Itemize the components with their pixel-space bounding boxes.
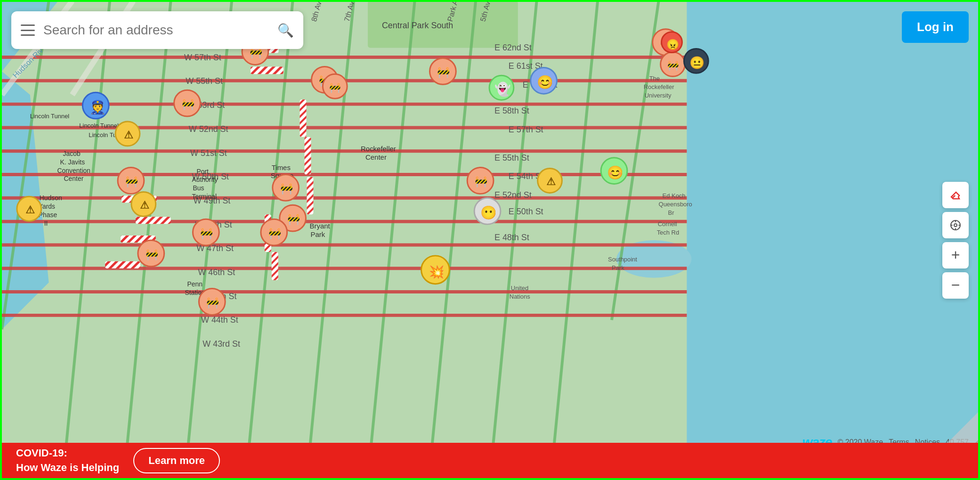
svg-text:Ed Koch: Ed Koch <box>663 192 686 199</box>
svg-rect-101 <box>272 252 278 280</box>
svg-text:Port: Port <box>196 168 209 175</box>
svg-text:W 43rd St: W 43rd St <box>202 339 240 349</box>
svg-text:👻: 👻 <box>494 81 511 97</box>
svg-rect-98 <box>305 137 311 175</box>
svg-text:Center: Center <box>365 153 387 161</box>
svg-text:K. Javits: K. Javits <box>60 158 85 166</box>
covid-subtitle: How Waze is Helping <box>16 462 119 473</box>
learn-more-button[interactable]: Learn more <box>133 448 220 473</box>
svg-text:Bus: Bus <box>193 184 204 192</box>
svg-text:Nations: Nations <box>510 293 530 300</box>
svg-text:🚧: 🚧 <box>667 60 679 71</box>
svg-text:🚧: 🚧 <box>475 175 488 188</box>
zoom-in-button[interactable]: + <box>942 242 969 268</box>
svg-text:Park: Park <box>612 264 624 271</box>
svg-text:United: United <box>511 285 528 292</box>
svg-text:😊: 😊 <box>537 74 553 90</box>
map-background: W 57th St W 55th St W 53rd St W 52nd St … <box>2 2 978 478</box>
svg-text:🚧: 🚧 <box>200 227 213 240</box>
svg-text:E 62nd St: E 62nd St <box>494 43 532 52</box>
svg-text:Penn: Penn <box>187 280 202 288</box>
svg-text:🚧: 🚧 <box>280 182 293 195</box>
svg-text:🚧: 🚧 <box>437 66 450 79</box>
covid-banner: COVID-19: How Waze is Helping Learn more <box>2 443 978 478</box>
svg-text:E 48th St: E 48th St <box>494 233 529 242</box>
svg-text:⚠: ⚠ <box>124 129 133 141</box>
svg-text:The: The <box>649 75 660 82</box>
svg-text:E 50th St: E 50th St <box>509 207 543 216</box>
hamburger-menu-icon[interactable] <box>21 24 35 36</box>
svg-text:🚧: 🚧 <box>268 227 282 240</box>
svg-text:Cornell: Cornell <box>658 220 677 228</box>
svg-text:University: University <box>645 92 672 99</box>
eraser-button[interactable] <box>942 182 969 208</box>
svg-text:🚧: 🚧 <box>146 248 159 261</box>
svg-text:W 57th St: W 57th St <box>184 53 221 62</box>
login-button[interactable]: Log in <box>902 11 969 43</box>
svg-text:E 52nd St: E 52nd St <box>494 190 532 200</box>
map-controls: + − <box>942 182 969 299</box>
svg-text:Park: Park <box>310 230 325 238</box>
svg-text:E 58th St: E 58th St <box>494 106 529 115</box>
svg-rect-99 <box>307 177 314 215</box>
svg-text:II: II <box>44 220 48 227</box>
svg-text:😊: 😊 <box>607 165 624 180</box>
svg-text:😶: 😶 <box>480 205 497 220</box>
svg-text:🚧: 🚧 <box>182 98 195 111</box>
svg-text:Queensboro: Queensboro <box>659 201 692 208</box>
svg-text:Hudson: Hudson <box>40 194 62 202</box>
svg-text:Bryant: Bryant <box>309 222 330 230</box>
svg-text:Terminal: Terminal <box>192 193 217 200</box>
svg-text:Times: Times <box>272 163 291 171</box>
search-icon[interactable]: 🔍 <box>277 23 294 38</box>
svg-text:W 52nd St: W 52nd St <box>189 124 228 134</box>
svg-text:E 57th St: E 57th St <box>509 125 543 134</box>
svg-rect-3 <box>687 2 978 478</box>
svg-text:W 51st St: W 51st St <box>190 148 227 158</box>
zoom-out-button[interactable]: − <box>942 272 969 299</box>
covid-title: COVID-19: <box>16 447 67 459</box>
svg-text:Br: Br <box>668 209 675 216</box>
svg-text:Rockefeller: Rockefeller <box>361 145 396 153</box>
svg-text:⚠: ⚠ <box>25 204 35 216</box>
svg-text:🚧: 🚧 <box>206 296 219 309</box>
svg-text:Jacob: Jacob <box>63 150 81 157</box>
svg-rect-96 <box>251 66 283 74</box>
svg-text:Tech Rd: Tech Rd <box>657 229 679 236</box>
svg-text:Rockefeller: Rockefeller <box>644 83 674 90</box>
svg-text:🚧: 🚧 <box>329 82 341 93</box>
svg-text:E 55th St: E 55th St <box>494 153 529 163</box>
svg-point-165 <box>954 224 957 227</box>
svg-rect-97 <box>300 99 307 137</box>
map-container: W 57th St W 55th St W 53rd St W 52nd St … <box>0 0 980 480</box>
svg-text:💥: 💥 <box>429 265 445 279</box>
svg-text:Authority: Authority <box>192 176 218 183</box>
svg-text:Lincoln Tunnel: Lincoln Tunnel <box>30 113 70 120</box>
svg-text:🚧: 🚧 <box>287 213 300 226</box>
svg-text:Center: Center <box>64 175 83 182</box>
svg-text:🚧: 🚧 <box>125 175 138 188</box>
svg-text:⚠: ⚠ <box>546 176 556 187</box>
svg-text:👮: 👮 <box>89 99 106 115</box>
search-input[interactable] <box>43 23 277 38</box>
search-bar: 🔍 <box>11 11 303 49</box>
svg-rect-103 <box>136 217 171 224</box>
svg-text:W 44th St: W 44th St <box>201 315 238 325</box>
svg-text:Central Park South: Central Park South <box>382 21 453 30</box>
svg-text:Southpoint: Southpoint <box>608 256 637 263</box>
svg-text:😠: 😠 <box>666 38 680 51</box>
compass-button[interactable] <box>942 212 969 238</box>
svg-text:Convention: Convention <box>57 167 91 174</box>
svg-text:⚠: ⚠ <box>140 199 149 211</box>
svg-text:W 55th St: W 55th St <box>186 76 223 86</box>
covid-text: COVID-19: How Waze is Helping <box>16 446 119 475</box>
svg-text:😐: 😐 <box>689 56 705 70</box>
svg-rect-105 <box>105 261 140 268</box>
svg-text:W 46th St: W 46th St <box>198 268 235 277</box>
